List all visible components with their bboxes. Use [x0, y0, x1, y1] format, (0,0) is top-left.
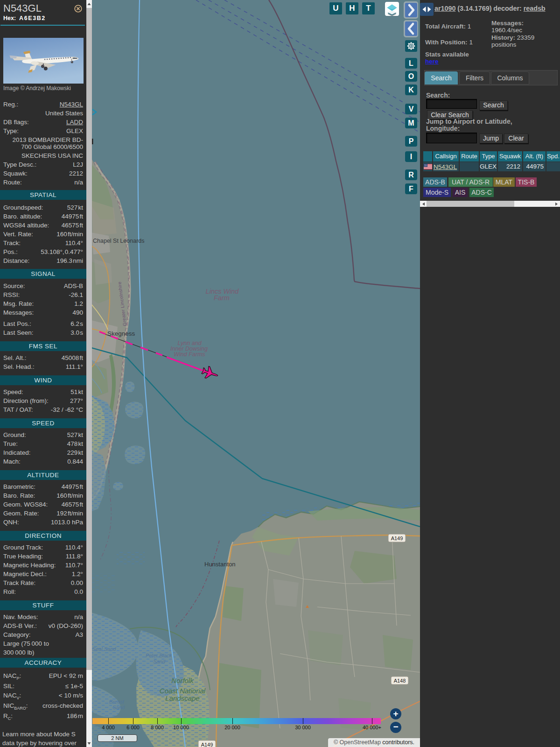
svg-text:Landscape: Landscape — [165, 694, 199, 702]
svg-text:Peter Black: Peter Black — [146, 653, 172, 658]
svg-text:Chapel St Leonards: Chapel St Leonards — [93, 238, 145, 244]
svg-text:Wind Farms: Wind Farms — [174, 351, 205, 358]
svg-text:A149: A149 — [391, 536, 403, 541]
svg-text:Coast National: Coast National — [160, 687, 206, 695]
svg-text:Greater Lincolnshire: Greater Lincolnshire — [117, 281, 127, 326]
svg-text:A149: A149 — [201, 742, 213, 747]
svg-text:Breast: Breast — [109, 699, 125, 705]
svg-text:Sand: Sand — [112, 705, 125, 710]
svg-text:Norfolk: Norfolk — [171, 677, 194, 684]
svg-text:Sand: Sand — [153, 659, 166, 664]
svg-text:Seal Sand: Seal Sand — [92, 646, 117, 652]
svg-text:Farm: Farm — [214, 294, 230, 302]
svg-text:A148: A148 — [394, 678, 406, 684]
svg-text:Hunstanton: Hunstanton — [204, 561, 236, 568]
